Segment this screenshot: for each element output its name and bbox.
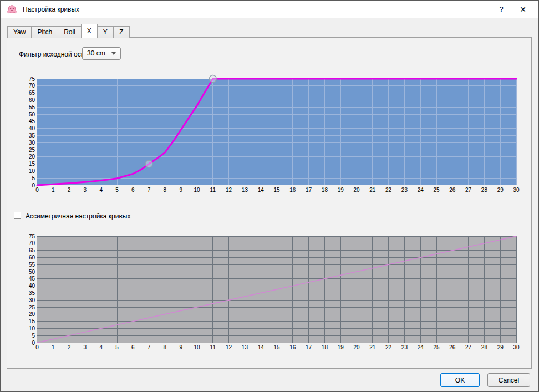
x-tick-label: 30	[513, 344, 520, 350]
x-tick-label: 11	[210, 344, 216, 350]
y-tick-label: 10	[29, 325, 35, 332]
x-tick-label: 5	[115, 344, 119, 350]
x-tick-label: 21	[369, 187, 376, 193]
y-tick-label: 75	[29, 233, 35, 240]
y-tick-label: 20	[29, 154, 35, 160]
titlebar: Настройка кривых ? ✕	[1, 1, 538, 18]
y-tick-label: 30	[29, 140, 35, 146]
y-tick-label: 10	[29, 168, 35, 174]
tab-x[interactable]: X	[81, 24, 98, 38]
y-tick-label: 15	[29, 161, 35, 167]
x-tick-label: 1	[52, 344, 55, 350]
y-tick-label: 65	[29, 247, 35, 253]
tab-y[interactable]: Y	[97, 26, 114, 38]
y-tick-label: 55	[29, 262, 35, 268]
y-tick-label: 5	[32, 175, 35, 181]
y-tick-label: 25	[29, 147, 35, 153]
x-tick-label: 3	[84, 344, 87, 350]
x-tick-label: 1	[52, 187, 55, 193]
x-tick-label: 5	[115, 187, 119, 193]
y-tick-label: 30	[29, 297, 35, 303]
x-tick-label: 6	[131, 187, 135, 193]
response-curve-chart[interactable]: 0510152025303540455055606570750123456789…	[12, 73, 532, 198]
x-tick-label: 4	[99, 344, 103, 350]
x-tick-label: 18	[322, 187, 328, 193]
x-tick-label: 23	[401, 344, 408, 350]
axis-tab-bar: YawPitchRollXYZ	[7, 25, 129, 38]
source-axis-filter-select[interactable]: 30 cm	[82, 47, 121, 60]
x-tick-label: 11	[210, 187, 216, 193]
x-tick-label: 7	[148, 344, 151, 350]
x-tick-label: 26	[449, 187, 456, 193]
y-tick-label: 5	[32, 333, 35, 339]
x-tick-label: 2	[68, 187, 71, 193]
mirror-curve-chart: 0510152025303540455055606570750123456789…	[12, 231, 532, 355]
x-tick-label: 19	[338, 344, 344, 350]
tab-pitch[interactable]: Pitch	[31, 26, 58, 38]
x-tick-label: 8	[164, 344, 167, 350]
x-tick-label: 13	[242, 344, 248, 350]
x-tick-label: 10	[194, 187, 200, 193]
x-tick-label: 30	[513, 187, 520, 193]
y-tick-label: 25	[29, 304, 35, 310]
asymmetric-curves-checkbox[interactable]	[14, 212, 21, 219]
x-tick-label: 13	[242, 187, 248, 193]
x-tick-label: 25	[433, 344, 440, 350]
tab-z[interactable]: Z	[113, 26, 130, 38]
x-tick-label: 17	[306, 344, 312, 350]
y-tick-label: 0	[32, 340, 35, 346]
x-tick-label: 9	[179, 344, 182, 350]
y-tick-label: 45	[29, 118, 35, 124]
y-tick-label: 20	[29, 311, 35, 317]
x-tick-label: 22	[385, 187, 392, 193]
x-tick-label: 8	[164, 187, 167, 193]
x-tick-label: 9	[179, 187, 182, 193]
x-tick-label: 4	[99, 187, 103, 193]
tab-yaw[interactable]: Yaw	[7, 26, 32, 38]
ok-button[interactable]: OK	[440, 373, 480, 387]
x-tick-label: 14	[258, 187, 265, 193]
cancel-button[interactable]: Cancel	[487, 373, 530, 387]
x-tick-label: 21	[369, 344, 376, 350]
x-tick-label: 24	[418, 344, 424, 350]
x-tick-label: 28	[481, 187, 488, 193]
curve-control-point[interactable]	[145, 160, 152, 167]
curve-control-point[interactable]	[209, 75, 216, 83]
y-tick-label: 55	[29, 104, 35, 110]
x-tick-label: 22	[385, 344, 392, 350]
x-tick-label: 24	[418, 187, 424, 193]
y-tick-label: 0	[32, 182, 35, 189]
chevron-down-icon	[111, 52, 116, 55]
y-tick-label: 50	[29, 111, 35, 118]
source-axis-filter-value: 30 cm	[87, 48, 105, 59]
x-tick-label: 25	[433, 187, 440, 193]
x-tick-label: 15	[273, 187, 280, 193]
x-tick-label: 26	[449, 344, 456, 350]
window-title: Настройка кривых	[23, 1, 79, 18]
x-tick-label: 12	[226, 187, 232, 193]
x-tick-label: 23	[401, 187, 408, 193]
y-tick-label: 60	[29, 97, 35, 103]
x-tick-label: 2	[68, 344, 71, 350]
x-tick-label: 10	[194, 344, 200, 350]
x-tick-label: 28	[481, 344, 488, 350]
x-tick-label: 3	[84, 187, 87, 193]
x-tick-label: 16	[289, 344, 296, 350]
x-tick-label: 15	[273, 344, 280, 350]
x-tick-label: 0	[35, 344, 39, 350]
octopus-logo-icon	[7, 4, 17, 15]
x-tick-label: 7	[148, 187, 151, 193]
x-tick-label: 0	[35, 187, 39, 193]
y-tick-label: 75	[29, 76, 35, 82]
close-button[interactable]: ✕	[512, 1, 533, 18]
asymmetric-curves-label: Ассиметричная настройка кривых	[26, 212, 131, 220]
x-tick-label: 12	[226, 344, 232, 350]
y-tick-label: 50	[29, 269, 35, 275]
help-button[interactable]: ?	[491, 1, 512, 18]
y-tick-label: 70	[29, 240, 35, 246]
tab-roll[interactable]: Roll	[58, 26, 82, 38]
source-axis-filter-label: Фильтр исходной оси	[19, 50, 84, 58]
curve-settings-dialog: Настройка кривых ? ✕ YawPitchRollXYZ Фил…	[0, 0, 539, 392]
y-tick-label: 40	[29, 125, 35, 131]
y-tick-label: 40	[29, 283, 35, 289]
